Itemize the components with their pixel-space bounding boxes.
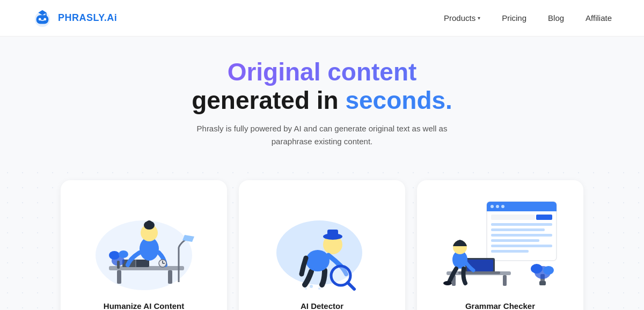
logo-icon <box>32 8 53 28</box>
pricing-link[interactable]: Pricing <box>502 13 526 23</box>
svg-rect-10 <box>168 270 172 284</box>
blog-link[interactable]: Blog <box>548 13 564 23</box>
card-humanize: Humanize AI Content Humanize AI-generate… <box>61 180 227 310</box>
logo[interactable]: PHRASLY.Ai <box>32 8 117 28</box>
svg-line-33 <box>348 283 354 289</box>
svg-point-41 <box>496 205 499 208</box>
hero-title-line1: Original content <box>11 58 633 86</box>
svg-point-22 <box>119 250 128 258</box>
products-link[interactable]: Products ▾ <box>444 13 480 23</box>
svg-rect-39 <box>487 208 557 211</box>
svg-rect-31 <box>327 230 338 238</box>
svg-rect-23 <box>117 261 120 269</box>
svg-point-63 <box>543 266 554 275</box>
chevron-down-icon: ▾ <box>478 15 480 21</box>
nav-item-blog[interactable]: Blog <box>548 13 564 23</box>
svg-point-40 <box>491 205 494 208</box>
nav-item-affiliate[interactable]: Affiliate <box>586 13 612 23</box>
svg-point-17 <box>147 220 152 226</box>
svg-rect-44 <box>536 215 552 220</box>
svg-point-6 <box>45 14 47 16</box>
svg-rect-1 <box>36 15 49 24</box>
svg-rect-50 <box>491 250 529 253</box>
card-humanize-title: Humanize AI Content <box>104 301 184 310</box>
detector-illustration <box>258 191 386 293</box>
nav-item-pricing[interactable]: Pricing <box>502 13 526 23</box>
svg-rect-45 <box>491 223 552 226</box>
svg-rect-47 <box>491 234 552 237</box>
products-label: Products <box>444 13 475 23</box>
card-detector-title: AI Detector <box>301 301 343 310</box>
svg-rect-48 <box>491 239 539 242</box>
grammar-illustration <box>436 191 565 293</box>
nav-item-products[interactable]: Products ▾ <box>444 13 480 23</box>
svg-rect-53 <box>503 275 507 286</box>
navbar: PHRASLY.Ai Products ▾ Pricing Blog <box>0 0 644 36</box>
hero-title-line2: generated in seconds. <box>11 86 633 115</box>
svg-point-62 <box>531 264 543 274</box>
humanize-illustration <box>79 191 208 293</box>
hero-section: Original content generated in seconds. P… <box>0 36 644 164</box>
logo-text: PHRASLY.Ai <box>58 12 117 24</box>
svg-point-35 <box>318 287 320 290</box>
cards-section: Humanize AI Content Humanize AI-generate… <box>0 164 644 310</box>
svg-rect-64 <box>539 281 546 285</box>
hero-title-prefix: generated in <box>192 86 345 114</box>
nav-links: Products ▾ Pricing Blog Affiliate <box>444 13 612 23</box>
affiliate-link[interactable]: Affiliate <box>586 13 612 23</box>
card-grammar: Grammar Checker We have a powerful gramm… <box>417 180 583 310</box>
svg-rect-49 <box>491 245 552 247</box>
svg-point-42 <box>501 205 504 208</box>
svg-point-36 <box>305 287 307 290</box>
hero-subtitle: Phrasly is fully powered by AI and can g… <box>193 122 451 148</box>
svg-point-59 <box>443 281 452 285</box>
card-detector: AI Detector Check your content for AI-ge… <box>239 180 405 310</box>
svg-rect-43 <box>491 215 535 220</box>
svg-point-34 <box>310 285 313 288</box>
hero-title-accent: seconds. <box>345 86 452 114</box>
card-grammar-title: Grammar Checker <box>465 301 535 310</box>
svg-point-28 <box>306 250 330 271</box>
svg-rect-9 <box>117 270 121 284</box>
svg-rect-46 <box>491 228 545 231</box>
svg-point-21 <box>109 251 120 260</box>
